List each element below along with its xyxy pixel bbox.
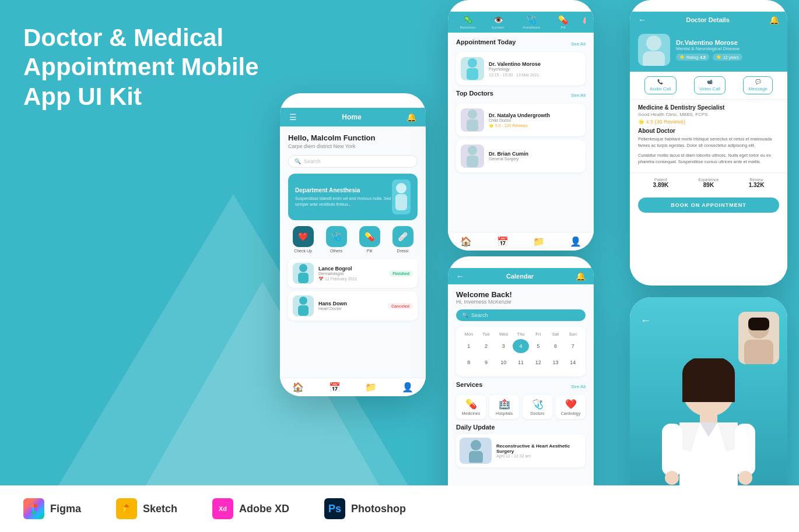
- ph4-day-5[interactable]: 5: [530, 339, 546, 353]
- ph3-about: Medicine & Dentistry Specialist Good Hea…: [630, 100, 787, 172]
- ph2-doctor-info-2: Dr. Brian Cumin General Surgery: [489, 151, 581, 162]
- ph1-nav-folder[interactable]: 📁: [365, 382, 377, 393]
- ph2-nav-home[interactable]: 🏠: [460, 236, 472, 247]
- svg-point-26: [665, 471, 679, 485]
- ph4-day-11[interactable]: 11: [513, 355, 529, 369]
- ph4-services-row: 💊 Medicines 🏥 Hospitals 🩺 Doctors ❤️ Car…: [456, 395, 586, 419]
- ph4-day-6[interactable]: 6: [548, 339, 564, 353]
- ph1-cat-dress[interactable]: 🩹 Dressi: [388, 226, 418, 253]
- ph4-day-7[interactable]: 7: [565, 339, 581, 353]
- ph4-day-3[interactable]: 3: [495, 339, 511, 353]
- ph3-doctor-photo: [638, 34, 670, 66]
- message-icon: 💬: [755, 79, 761, 84]
- ph4-service-cardiology[interactable]: ❤️ Cardiology: [556, 395, 586, 419]
- ph4-daily-title: Daily Update: [456, 424, 586, 431]
- ph2-doctor-card-1[interactable]: Dr. Natalya Undergrowth Child Doctor ⭐ 5…: [456, 104, 586, 136]
- ph1-location: Carpe diem district New York: [288, 143, 418, 149]
- ph2-bottom-nav: 🏠 📅 📁 👤: [448, 232, 594, 251]
- ph3-book-btn[interactable]: BOOK ON APPOINTMENT: [638, 198, 779, 213]
- hamburger-icon[interactable]: ☰: [289, 112, 297, 122]
- ph3-audio-call-btn[interactable]: 📞 Audio Call: [644, 76, 676, 94]
- ph2-apt-card[interactable]: Dr. Valentino Morose Psychology 12:15 - …: [456, 52, 586, 85]
- ph1-cat-checkup[interactable]: ❤️ Check Up: [288, 226, 318, 253]
- ph4-bell-icon[interactable]: 🔔: [576, 272, 586, 281]
- ph4-service-doctors[interactable]: 🩺 Doctors: [523, 395, 552, 419]
- phone-notch-3: [685, 0, 732, 12]
- ph4-service-doctors-label: Doctors: [526, 411, 549, 415]
- ph2-docs-title: Top Doctors: [456, 90, 493, 97]
- ph1-cat-others[interactable]: 🩺 Others: [321, 226, 351, 253]
- ph1-apt-spec-2: Heart Doctor: [318, 306, 383, 311]
- ps-label: Photoshop: [351, 503, 406, 515]
- ph4-search[interactable]: 🔍 Search: [456, 309, 586, 321]
- ph3-exp-value: 12 years: [723, 55, 739, 59]
- ph2-nav-calendar[interactable]: 📅: [497, 236, 509, 247]
- ph1-apt-item-1[interactable]: Lance Bogrol Dermatologist 📅 12 February…: [288, 259, 418, 288]
- ph3-about-clinic: Good Health Clinic, MBBS, FCPS: [638, 112, 779, 117]
- ph1-cat-pill[interactable]: 💊 Pill: [355, 226, 384, 253]
- ph4-service-hospitals[interactable]: 🏥 Hospitals: [489, 395, 519, 419]
- ph2-header: 🦠 Bacterium 👁️ Eyelash 🩺 Anesthesia 💊 Pi…: [448, 12, 594, 33]
- spec-pill: Pill: [560, 26, 565, 29]
- ph3-bell-icon[interactable]: 🔔: [769, 15, 779, 24]
- ph1-apt-spec-1: Dermatologist: [318, 272, 384, 276]
- ph1-apt-name-1: Lance Bogrol: [318, 266, 384, 272]
- xd-icon: Xd: [212, 498, 233, 519]
- ph3-stat-review-val: 1.32K: [749, 182, 765, 188]
- ph3-back-icon[interactable]: ←: [638, 15, 646, 24]
- ph3-video-call-btn[interactable]: 📹 Video Call: [694, 76, 726, 94]
- ph5-small-video: [738, 312, 779, 364]
- ph3-doctor-name: Dr.Valentino Morose: [676, 39, 779, 46]
- ph1-apt-item-2[interactable]: Hans Down Heart Doctor Canceled: [288, 291, 418, 320]
- ph1-nav-calendar[interactable]: 📅: [329, 382, 341, 393]
- ph1-search-placeholder: Search: [304, 158, 321, 164]
- ph1-greeting: Hello, Malcolm Function: [288, 133, 418, 142]
- ph4-see-all[interactable]: See All: [571, 384, 586, 389]
- ph2-see-all-1[interactable]: See All: [571, 41, 586, 47]
- ph4-day-13[interactable]: 13: [548, 355, 564, 369]
- ph4-header-title: Calendar: [464, 273, 576, 280]
- ph4-day-14[interactable]: 14: [565, 355, 581, 369]
- ph4-daily-card[interactable]: Reconstructive & Heart Aesthetic Surgery…: [456, 434, 586, 467]
- pill-icon: 💊: [359, 226, 380, 247]
- phone1-content: ☰ Home 🔔 Hello, Malcolm Function Carpe d…: [280, 93, 426, 396]
- ph4-day-10[interactable]: 10: [495, 355, 511, 369]
- ph1-nav-profile[interactable]: 👤: [402, 382, 413, 393]
- ph2-nav-folder[interactable]: 📁: [533, 236, 545, 247]
- ph1-nav-home[interactable]: 🏠: [292, 382, 304, 393]
- ph4-day-12[interactable]: 12: [530, 355, 546, 369]
- ph3-badges: ⭐ Rating 4.5 ⭐ 12 years: [676, 54, 779, 61]
- svg-rect-9: [467, 119, 478, 131]
- bell-icon[interactable]: 🔔: [406, 112, 416, 122]
- ph5-back-btn[interactable]: ←: [640, 315, 651, 327]
- ph2-nav-profile[interactable]: 👤: [570, 236, 581, 247]
- svg-rect-25: [735, 424, 755, 476]
- ph2-doctor-card-2[interactable]: Dr. Brian Cumin General Surgery: [456, 140, 586, 172]
- ph4-day-9[interactable]: 9: [478, 355, 495, 369]
- ph4-day-2[interactable]: 2: [478, 339, 495, 353]
- phone3-content: ← Doctor Details 🔔 Dr.Valentino Morose M…: [630, 0, 787, 286]
- photoshop-tool: Ps Photoshop: [324, 498, 406, 519]
- ph1-apt-badge-1: Finished: [389, 270, 413, 277]
- ph4-service-medicines[interactable]: 💊 Medicines: [456, 395, 486, 419]
- ph4-day-1[interactable]: 1: [461, 339, 477, 353]
- ph3-message-btn[interactable]: 💬 Message: [743, 76, 772, 94]
- spec-anesthesia: Anesthesia: [523, 26, 540, 29]
- ph1-search-bar[interactable]: 🔍 Search: [288, 155, 418, 168]
- svg-point-10: [468, 146, 477, 155]
- ph2-row-apt-title: Appointment Today See All: [456, 38, 586, 49]
- svg-rect-18: [682, 373, 735, 402]
- ph4-day-8[interactable]: 8: [461, 355, 477, 369]
- ph4-service-hospitals-label: Hospitals: [493, 411, 516, 415]
- ph2-doctor-spec-2: General Surgery: [489, 157, 581, 161]
- footer-bar: Figma Sketch Xd Adobe XD Ps Photoshop: [0, 485, 799, 532]
- ph4-cal-sat: Sat: [548, 332, 564, 337]
- doctors-icon: 🩺: [526, 399, 549, 410]
- ph4-day-4-today[interactable]: 4: [513, 339, 529, 353]
- hospitals-icon: 🏥: [493, 399, 516, 410]
- ph4-back-icon[interactable]: ←: [456, 272, 464, 281]
- ph1-cat-dress-label: Dressi: [397, 249, 409, 253]
- heading-line2: Appointment Mobile: [23, 52, 259, 82]
- ph2-see-all-2[interactable]: See All: [571, 93, 586, 98]
- phone-notch-2: [497, 0, 544, 12]
